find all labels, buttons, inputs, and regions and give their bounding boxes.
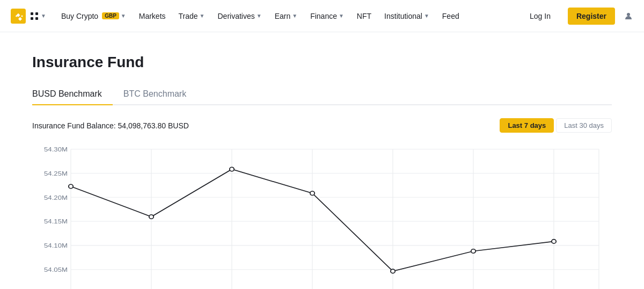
chart-container: 54.30M 54.25M 54.20M 54.15M 54.10M 54.05…	[32, 143, 612, 289]
profile-icon[interactable]	[624, 11, 633, 21]
tab-busd-benchmark[interactable]: BUSD Benchmark	[32, 84, 113, 105]
nav-right: Log In Register	[521, 8, 633, 25]
institutional-chevron: ▼	[424, 13, 429, 19]
apps-grid-icon	[30, 12, 39, 20]
svg-text:54.30M: 54.30M	[44, 146, 68, 153]
nav-markets[interactable]: Markets	[133, 0, 172, 32]
navbar: ▼ Buy Crypto GBP ▼ Markets Trade ▼ Deriv…	[0, 0, 644, 32]
nav-feed[interactable]: Feed	[436, 0, 466, 32]
login-button[interactable]: Log In	[521, 8, 559, 25]
svg-text:54.15M: 54.15M	[44, 218, 68, 225]
data-point-1	[149, 215, 153, 219]
svg-text:54.20M: 54.20M	[44, 194, 68, 201]
svg-rect-2	[35, 12, 38, 15]
grid-chevron[interactable]: ▼	[41, 13, 46, 19]
page-title: Insurance Fund	[32, 54, 612, 71]
time-btn-7-days[interactable]: Last 7 days	[500, 118, 554, 133]
nav-earn[interactable]: Earn ▼	[268, 0, 304, 32]
data-point-3	[310, 191, 314, 195]
data-point-0	[69, 184, 73, 188]
svg-rect-3	[31, 17, 33, 20]
svg-text:54.25M: 54.25M	[44, 170, 68, 177]
chart-header: Insurance Fund Balance: 54,098,763.80 BU…	[32, 118, 612, 133]
nav-finance[interactable]: Finance ▼	[304, 0, 350, 32]
tabs-container: BUSD Benchmark BTC Benchmark	[32, 84, 612, 105]
nav-buy-crypto[interactable]: Buy Crypto GBP ▼	[55, 0, 133, 32]
logo[interactable]	[11, 9, 26, 24]
nav-nft[interactable]: NFT	[350, 0, 378, 32]
grid-icon[interactable]	[30, 12, 39, 20]
data-point-6	[552, 240, 556, 243]
earn-chevron: ▼	[292, 13, 297, 19]
data-point-5	[471, 249, 475, 253]
svg-text:54.05M: 54.05M	[44, 266, 68, 273]
finance-chevron: ▼	[339, 13, 344, 19]
nav-trade[interactable]: Trade ▼	[172, 0, 211, 32]
svg-point-5	[627, 13, 630, 16]
data-point-2	[230, 167, 234, 171]
svg-rect-4	[35, 17, 38, 20]
time-btn-30-days[interactable]: Last 30 days	[556, 118, 612, 133]
tab-btc-benchmark[interactable]: BTC Benchmark	[123, 84, 197, 105]
chart-section: Insurance Fund Balance: 54,098,763.80 BU…	[32, 118, 612, 289]
main-content: Insurance Fund BUSD Benchmark BTC Benchm…	[0, 32, 644, 289]
binance-logo-icon	[11, 9, 26, 24]
line-chart: 54.30M 54.25M 54.20M 54.15M 54.10M 54.05…	[32, 143, 612, 289]
data-point-4	[391, 269, 395, 273]
svg-text:54.10M: 54.10M	[44, 242, 68, 249]
chart-balance-label: Insurance Fund Balance: 54,098,763.80 BU…	[32, 121, 189, 130]
nav-links: Buy Crypto GBP ▼ Markets Trade ▼ Derivat…	[55, 0, 521, 32]
derivatives-chevron: ▼	[257, 13, 262, 19]
time-range-buttons: Last 7 days Last 30 days	[500, 118, 612, 133]
register-button[interactable]: Register	[568, 8, 615, 25]
nav-institutional[interactable]: Institutional ▼	[378, 0, 436, 32]
buy-crypto-chevron: ▼	[121, 13, 126, 19]
nav-derivatives[interactable]: Derivatives ▼	[211, 0, 268, 32]
svg-rect-1	[31, 12, 33, 15]
trade-chevron: ▼	[200, 13, 205, 19]
